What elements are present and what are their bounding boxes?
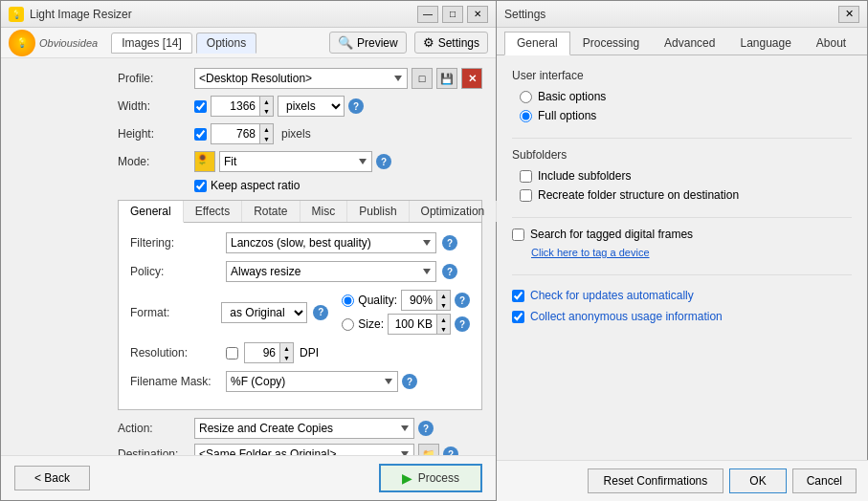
profile-delete-button[interactable]: ✕ <box>461 68 482 89</box>
action-row: Action: Resize and Create Copies ? <box>118 418 482 439</box>
search-tagged-label: Search for tagged digital frames <box>530 228 693 241</box>
preview-button[interactable]: 🔍 Preview <box>329 32 407 54</box>
width-input[interactable] <box>211 97 259 116</box>
divider3 <box>512 274 852 275</box>
tab-effects[interactable]: Effects <box>184 201 242 222</box>
resolution-value-input[interactable] <box>245 343 279 362</box>
full-options-radio[interactable] <box>520 110 532 122</box>
maximize-button[interactable]: □ <box>442 6 463 23</box>
filtering-select[interactable]: Lanczos (slow, best quality) <box>226 232 436 253</box>
settings-button[interactable]: ⚙ Settings <box>414 32 488 54</box>
size-spin-up[interactable]: ▲ <box>436 315 450 324</box>
width-controls: ▲ ▼ pixels ? <box>194 96 364 117</box>
height-checkbox[interactable] <box>194 128 207 141</box>
profile-row: Profile: <Desktop Resolution> □ 💾 ✕ <box>118 68 482 89</box>
recreate-folders-checkbox[interactable] <box>520 189 532 202</box>
aspect-ratio-checkbox[interactable] <box>194 180 207 192</box>
format-help-icon[interactable]: ? <box>313 305 328 320</box>
divider1 <box>512 138 852 139</box>
action-help-icon[interactable]: ? <box>418 421 434 436</box>
size-value-input[interactable] <box>389 315 436 334</box>
filename-mask-select[interactable]: %F (Copy) <box>226 371 398 392</box>
options-tab[interactable]: Options <box>196 33 256 54</box>
quality-spin-down[interactable]: ▼ <box>436 300 450 310</box>
filtering-help-icon[interactable]: ? <box>442 235 457 250</box>
tab-publish[interactable]: Publish <box>347 201 409 222</box>
policy-row: Policy: Always resize ? <box>130 261 470 282</box>
app-title: Light Image Resizer <box>30 8 417 21</box>
policy-controls: Always resize ? <box>226 261 457 282</box>
size-radio[interactable] <box>342 318 354 331</box>
minimize-button[interactable]: — <box>417 6 438 23</box>
policy-help-icon[interactable]: ? <box>442 264 457 279</box>
full-options-row: Full options <box>520 109 852 122</box>
tag-link[interactable]: Click here to tag a device <box>531 247 650 258</box>
tab-general[interactable]: General <box>119 201 184 223</box>
tab-rotate[interactable]: Rotate <box>242 201 300 222</box>
width-spin-down[interactable]: ▼ <box>259 106 273 116</box>
width-spin-up[interactable]: ▲ <box>259 97 273 106</box>
filename-label: Filename Mask: <box>130 375 226 388</box>
reset-confirmations-button[interactable]: Reset Confirmations <box>588 468 724 493</box>
anonymous-usage-checkbox[interactable] <box>512 311 524 323</box>
divider2 <box>512 217 852 218</box>
update-section: Check for updates automatically Collect … <box>512 289 852 323</box>
basic-options-radio[interactable] <box>520 91 532 103</box>
mode-label: Mode: <box>118 155 194 168</box>
width-checkbox[interactable] <box>194 100 207 113</box>
width-spinners: ▲ ▼ <box>259 97 273 116</box>
settings-tab-about[interactable]: About <box>804 32 858 54</box>
preview-icon: 🔍 <box>338 35 353 50</box>
tab-misc[interactable]: Misc <box>300 201 348 222</box>
settings-tab-language[interactable]: Language <box>727 32 803 54</box>
settings-close-button[interactable]: ✕ <box>838 6 859 23</box>
quality-spin-up[interactable]: ▲ <box>436 291 450 300</box>
resolution-spin-up[interactable]: ▲ <box>279 343 293 353</box>
size-input-wrap: ▲ ▼ <box>388 314 451 335</box>
resolution-checkbox[interactable] <box>226 347 238 359</box>
tab-optimization[interactable]: Optimization <box>410 201 498 222</box>
resolution-spin-down[interactable]: ▼ <box>279 353 293 362</box>
height-spin-up[interactable]: ▲ <box>259 124 273 134</box>
include-subfolders-checkbox[interactable] <box>520 170 532 183</box>
ok-button[interactable]: OK <box>729 468 786 493</box>
quality-input-wrap: ▲ ▼ <box>401 290 451 311</box>
action-select[interactable]: Resize and Create Copies <box>194 418 414 439</box>
height-spin-down[interactable]: ▼ <box>259 134 273 143</box>
profile-icon-btn2[interactable]: 💾 <box>436 68 457 89</box>
settings-tab-general[interactable]: General <box>504 32 570 55</box>
quality-help-icon[interactable]: ? <box>455 293 470 308</box>
width-help-icon[interactable]: ? <box>348 98 364 114</box>
size-help-icon[interactable]: ? <box>455 316 470 332</box>
policy-select[interactable]: Always resize <box>226 261 436 282</box>
recreate-folders-label: Recreate folder structure on destination <box>538 188 739 202</box>
settings-title-bar: Settings ✕ <box>497 1 867 28</box>
profile-icon-btn1[interactable]: □ <box>412 68 433 89</box>
close-button[interactable]: ✕ <box>467 6 488 23</box>
search-tagged-checkbox[interactable] <box>512 229 524 241</box>
include-subfolders-row: Include subfolders <box>520 169 852 183</box>
tabs-header: General Effects Rotate Misc Publish Opti… <box>119 201 481 223</box>
check-updates-checkbox[interactable] <box>512 290 524 302</box>
width-unit-select[interactable]: pixels <box>278 96 345 117</box>
format-select[interactable]: as Original <box>221 302 307 323</box>
width-label: Width: <box>118 99 194 113</box>
settings-tab-processing[interactable]: Processing <box>570 32 652 54</box>
height-input[interactable] <box>211 124 259 143</box>
images-tab[interactable]: Images [14] <box>111 33 192 54</box>
cancel-button[interactable]: Cancel <box>792 468 857 493</box>
profile-select[interactable]: <Desktop Resolution> <box>194 68 408 89</box>
back-button[interactable]: < Back <box>14 466 90 490</box>
quality-value-input[interactable] <box>402 291 436 310</box>
quality-radio[interactable] <box>342 294 354 307</box>
settings-content: User interface Basic options Full option… <box>497 55 867 344</box>
process-button[interactable]: ▶ Process <box>379 464 482 492</box>
filename-help-icon[interactable]: ? <box>402 374 417 389</box>
subfolders-section: Subfolders Include subfolders Recreate f… <box>512 148 852 202</box>
mode-help-icon[interactable]: ? <box>376 154 391 169</box>
settings-tab-advanced[interactable]: Advanced <box>652 32 727 54</box>
settings-window: Settings ✕ General Processing Advanced L… <box>497 0 868 501</box>
size-spin-down[interactable]: ▼ <box>436 324 450 334</box>
width-checkbox-wrap <box>194 100 207 113</box>
mode-select[interactable]: Fit <box>219 151 372 172</box>
